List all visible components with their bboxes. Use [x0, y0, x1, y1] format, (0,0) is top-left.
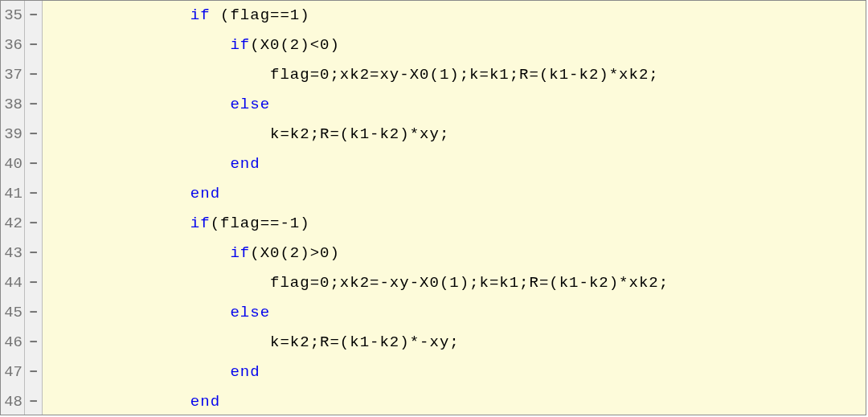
keyword-token: else	[230, 304, 270, 321]
code-token: (flag==-1)	[211, 215, 310, 232]
code-line[interactable]: if(X0(2)<0)	[71, 31, 866, 60]
code-line[interactable]: end	[71, 387, 866, 417]
line-number: 44	[1, 268, 23, 298]
keyword-token: if	[230, 36, 250, 54]
line-number: 40	[1, 149, 23, 179]
line-number: 41	[1, 179, 23, 209]
fold-marker[interactable]: −	[25, 358, 42, 387]
indent	[71, 244, 230, 262]
code-line[interactable]: end	[71, 149, 866, 179]
line-number: 48	[1, 387, 23, 417]
fold-marker[interactable]: −	[25, 268, 42, 298]
keyword-token: if	[190, 215, 211, 232]
line-number-gutter: 3536373839404142434445464748	[1, 1, 25, 415]
line-number: 47	[1, 358, 23, 387]
line-number: 46	[1, 328, 23, 358]
keyword-token: end	[230, 363, 260, 381]
code-line[interactable]: end	[71, 179, 866, 209]
code-line[interactable]: else	[71, 90, 866, 120]
indent	[71, 125, 270, 143]
keyword-token: else	[230, 96, 270, 113]
line-number: 42	[1, 209, 23, 239]
line-number: 39	[1, 120, 23, 149]
indent	[71, 333, 270, 351]
indent	[71, 96, 230, 113]
indent	[71, 304, 230, 321]
indent	[71, 155, 230, 173]
code-line[interactable]: k=k2;R=(k1-k2)*-xy;	[71, 328, 866, 358]
code-token: flag=0;xk2=-xy-X0(1);k=k1;R=(k1-k2)*xk2;	[270, 274, 669, 292]
indent	[71, 215, 190, 232]
indent	[71, 6, 190, 24]
fold-marker[interactable]: −	[25, 60, 42, 90]
fold-gutter[interactable]: −−−−−−−−−−−−−−	[25, 1, 43, 415]
fold-marker[interactable]: −	[25, 90, 42, 120]
keyword-token: end	[230, 155, 260, 173]
indent	[71, 36, 230, 54]
line-number: 45	[1, 298, 23, 328]
fold-marker[interactable]: −	[25, 149, 42, 179]
code-line[interactable]: flag=0;xk2=xy-X0(1);k=k1;R=(k1-k2)*xk2;	[71, 60, 866, 90]
code-token: k=k2;R=(k1-k2)*-xy;	[270, 333, 460, 351]
code-line[interactable]: if(flag==-1)	[71, 209, 866, 239]
indent	[71, 363, 230, 381]
code-token: k=k2;R=(k1-k2)*xy;	[270, 125, 449, 143]
indent	[71, 274, 270, 292]
fold-marker[interactable]: −	[25, 209, 42, 239]
line-number: 37	[1, 60, 23, 90]
code-token: (X0(2)>0)	[250, 244, 340, 262]
line-number: 36	[1, 31, 23, 60]
line-number: 35	[1, 1, 23, 31]
code-token: (X0(2)<0)	[250, 36, 340, 54]
code-line[interactable]: else	[71, 298, 866, 328]
keyword-token: end	[190, 393, 220, 411]
keyword-token: end	[190, 185, 220, 202]
keyword-token: if	[190, 6, 211, 24]
fold-marker[interactable]: −	[25, 120, 42, 149]
line-number: 43	[1, 239, 23, 268]
code-line[interactable]: if (flag==1)	[71, 1, 866, 31]
code-token: flag=0;xk2=xy-X0(1);k=k1;R=(k1-k2)*xk2;	[270, 66, 659, 84]
fold-marker[interactable]: −	[25, 239, 42, 268]
code-area[interactable]: if (flag==1) if(X0(2)<0) flag=0;xk2=xy-X…	[71, 1, 866, 415]
line-number: 38	[1, 90, 23, 120]
code-token: (flag==1)	[211, 6, 310, 24]
fold-marker[interactable]: −	[25, 1, 42, 31]
code-line[interactable]: if(X0(2)>0)	[71, 239, 866, 268]
fold-marker[interactable]: −	[25, 298, 42, 328]
fold-marker[interactable]: −	[25, 387, 42, 417]
code-line[interactable]: end	[71, 358, 866, 387]
fold-marker[interactable]: −	[25, 328, 42, 358]
code-editor[interactable]: 3536373839404142434445464748 −−−−−−−−−−−…	[0, 0, 866, 415]
code-line[interactable]: flag=0;xk2=-xy-X0(1);k=k1;R=(k1-k2)*xk2;	[71, 268, 866, 298]
fold-marker[interactable]: −	[25, 31, 42, 60]
fold-marker[interactable]: −	[25, 179, 42, 209]
keyword-token: if	[230, 244, 250, 262]
code-line[interactable]: k=k2;R=(k1-k2)*xy;	[71, 120, 866, 149]
margin-spacer	[43, 1, 71, 415]
indent	[71, 393, 190, 411]
indent	[71, 185, 190, 202]
indent	[71, 66, 270, 84]
